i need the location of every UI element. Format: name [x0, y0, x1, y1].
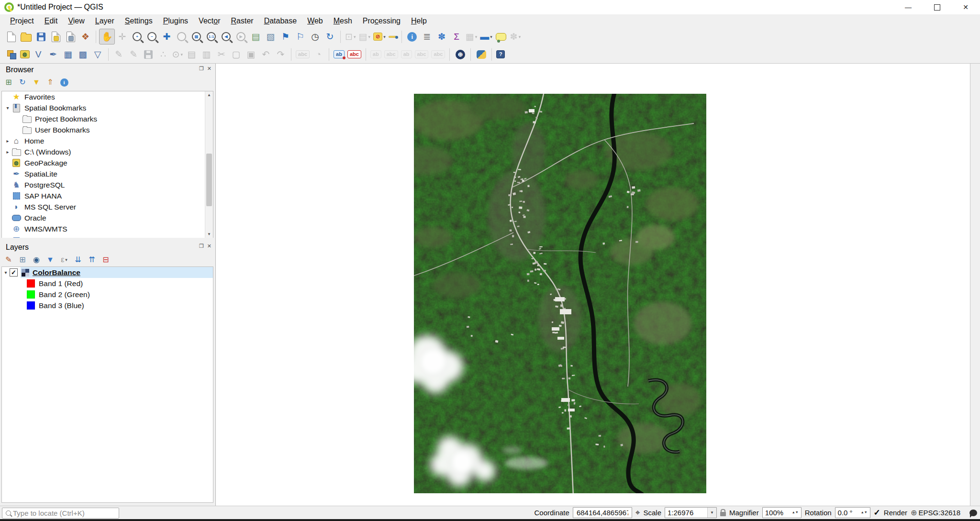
toggle-editing[interactable]: ✎: [126, 47, 141, 62]
zoom-last[interactable]: ◀: [219, 29, 234, 44]
browser-item-user-bookmarks[interactable]: User Bookmarks: [2, 124, 213, 135]
spinner-icons[interactable]: ▲▼: [792, 510, 799, 514]
add-selected-layers-button[interactable]: ⊞: [3, 77, 14, 88]
maximize-button[interactable]: [923, 0, 951, 14]
new-map-view[interactable]: ▤: [248, 29, 263, 44]
menu-vector[interactable]: Vector: [193, 15, 225, 27]
chevron-down-icon[interactable]: ▾: [181, 52, 183, 57]
select-all-features[interactable]: [387, 29, 399, 44]
vertex-tool[interactable]: ⊙▾: [171, 47, 184, 62]
pin-labels[interactable]: ab: [369, 47, 383, 62]
refresh-map[interactable]: ↻: [323, 29, 337, 44]
show-layout-manager[interactable]: [63, 29, 78, 44]
redo[interactable]: ↷: [273, 47, 288, 62]
new-print-layout[interactable]: [48, 29, 63, 44]
zoom-full-extent[interactable]: ✚: [159, 29, 174, 44]
delete-selected[interactable]: ▥: [199, 47, 214, 62]
browser-item-wms-wmts[interactable]: ⊕WMS/WMTS: [2, 223, 213, 234]
select-features-by-value[interactable]: ▤▾: [357, 29, 371, 44]
lock-scale-icon[interactable]: [720, 512, 726, 516]
zoom-to-selection[interactable]: [174, 29, 189, 44]
save-layer-edits[interactable]: [141, 47, 156, 62]
collapse-all-button[interactable]: ⇑: [45, 77, 56, 88]
expander-icon[interactable]: ▾: [2, 270, 10, 275]
browser-item-spatial-bookmarks[interactable]: ▾Spatial Bookmarks: [2, 102, 213, 113]
menu-edit[interactable]: Edit: [39, 15, 63, 27]
open-field-calculator[interactable]: ≣: [420, 29, 434, 44]
new-mesh-layer[interactable]: ▦: [61, 47, 76, 62]
menu-help[interactable]: Help: [406, 15, 432, 27]
browser-item-c-windows[interactable]: ▸C:\ (Windows): [2, 146, 213, 157]
open-attribute-table[interactable]: ▦▾: [464, 29, 479, 44]
rotation-box[interactable]: 0.0 ° ▲▼: [835, 507, 870, 518]
browser-item-geopackage[interactable]: ◍GeoPackage: [2, 157, 213, 168]
browser-float-button[interactable]: ❐: [199, 66, 204, 72]
style-manager[interactable]: ❖: [78, 29, 93, 44]
modify-attributes[interactable]: ▤: [184, 47, 199, 62]
copy-features[interactable]: ▢: [229, 47, 244, 62]
pan-map[interactable]: ✋: [99, 29, 115, 44]
layer-labeling-options[interactable]: ab: [332, 47, 346, 62]
open-layer-styling-button[interactable]: ✎: [3, 255, 14, 265]
zoom-in[interactable]: +: [130, 29, 145, 44]
messages-icon[interactable]: [969, 510, 977, 516]
menu-view[interactable]: View: [63, 15, 89, 27]
menu-web[interactable]: Web: [302, 15, 328, 27]
pan-to-selection[interactable]: ✛: [115, 29, 130, 44]
locator-box[interactable]: [2, 508, 119, 519]
new-virtual-layer[interactable]: ▽: [90, 47, 105, 62]
select-features[interactable]: ⊡▾: [344, 29, 357, 44]
layers-close-button[interactable]: ✕: [207, 243, 212, 249]
browser-item-home[interactable]: ▸⌂Home: [2, 135, 213, 146]
magnifier-box[interactable]: 100% ▲▼: [762, 507, 802, 518]
map-canvas[interactable]: [216, 64, 970, 506]
scale-combo[interactable]: 1:26976 ▼: [665, 507, 717, 518]
data-source-manager[interactable]: [4, 47, 19, 62]
new-spatial-bookmark[interactable]: ⚑: [278, 29, 293, 44]
identify-features[interactable]: i: [405, 29, 420, 44]
menu-layer[interactable]: Layer: [90, 15, 120, 27]
browser-properties-button[interactable]: i: [59, 77, 69, 88]
layer-diagram-options[interactable]: abc: [346, 47, 363, 62]
open-project[interactable]: [19, 29, 33, 44]
zoom-next[interactable]: ▶: [234, 29, 248, 44]
new-3d-map-view[interactable]: ▧: [263, 29, 278, 44]
expand-all-button[interactable]: ⇊: [73, 255, 83, 265]
browser-item-project-bookmarks[interactable]: Project Bookmarks: [2, 113, 213, 124]
new-geopackage-layer[interactable]: ◍: [19, 47, 31, 62]
save-project[interactable]: [33, 29, 48, 44]
menu-settings[interactable]: Settings: [120, 15, 158, 27]
menu-database[interactable]: Database: [259, 15, 302, 27]
chevron-down-icon[interactable]: ▾: [65, 257, 67, 262]
menu-raster[interactable]: Raster: [225, 15, 258, 27]
browser-item-sap-hana[interactable]: SAP HANA: [2, 190, 213, 201]
rotate-label[interactable]: abc: [413, 47, 430, 62]
run-feature-action[interactable]: ✽▾: [509, 29, 522, 44]
python-console[interactable]: [474, 47, 489, 62]
locator-input[interactable]: [11, 509, 119, 518]
new-raster-layer[interactable]: ▩: [76, 47, 90, 62]
zoom-to-layer[interactable]: ▤: [189, 29, 204, 44]
expander-icon[interactable]: ▸: [4, 149, 11, 155]
chevron-down-icon[interactable]: ▾: [475, 34, 478, 39]
scroll-up-icon[interactable]: ▲: [205, 91, 213, 99]
add-group-button[interactable]: ⊞: [17, 255, 28, 265]
browser-close-button[interactable]: ✕: [207, 66, 212, 72]
new-project[interactable]: [4, 29, 19, 44]
show-spatial-bookmarks[interactable]: ⚐: [293, 29, 308, 44]
spinner-icons[interactable]: ▲▼: [861, 510, 868, 514]
zoom-native-resolution[interactable]: 1:1: [204, 29, 219, 44]
browser-item-favorites[interactable]: ★Favorites: [2, 91, 213, 102]
expander-icon[interactable]: ▾: [4, 105, 11, 111]
layer-band-row[interactable]: Band 2 (Green): [2, 289, 213, 300]
toggle-extents-icon[interactable]: ⌖: [635, 508, 640, 518]
render-checkbox[interactable]: ✓: [874, 508, 880, 518]
zoom-out[interactable]: −: [145, 29, 159, 44]
help-contents[interactable]: ?: [495, 47, 506, 62]
layer-diagram[interactable]: ◔: [311, 47, 326, 62]
browser-item-oracle[interactable]: Oracle: [2, 212, 213, 223]
layer-row-colorbalance[interactable]: ▾ ✓ ColorBalance: [2, 267, 213, 278]
temporal-controller[interactable]: ◷: [308, 29, 323, 44]
scroll-down-icon[interactable]: ▼: [205, 231, 213, 238]
browser-item-postgresql[interactable]: ♞PostgreSQL: [2, 179, 213, 190]
